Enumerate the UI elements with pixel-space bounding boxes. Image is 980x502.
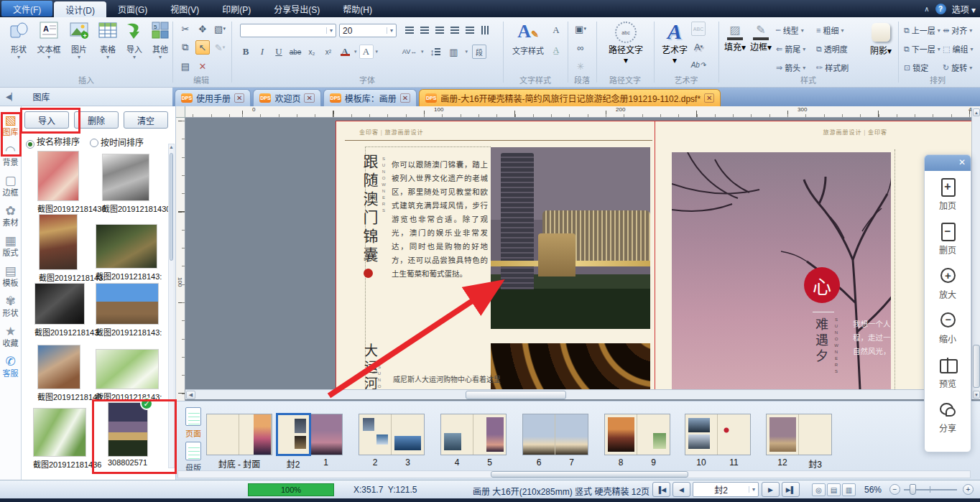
art-shadow-icon[interactable]: A▾: [691, 39, 706, 54]
align-right-icon[interactable]: [433, 24, 446, 37]
sort-by-time-radio[interactable]: 按时间排序: [90, 136, 144, 148]
font-color-button[interactable]: A: [338, 45, 352, 59]
spread-thumbnail[interactable]: 6 7: [522, 414, 588, 455]
scroll-up-icon[interactable]: ▲: [169, 144, 174, 149]
gallery-thumbnail[interactable]: 截图201912181430: [102, 154, 170, 214]
canvas-horizontal-scrollbar[interactable]: ◀ ▶: [185, 389, 971, 399]
align-center-icon[interactable]: [417, 24, 431, 37]
clear-images-button[interactable]: 清空: [124, 111, 168, 129]
table-button[interactable]: 表格▾: [93, 20, 122, 60]
lock-button[interactable]: 锁定: [912, 62, 928, 73]
format-brush-icon[interactable]: ✎▾: [213, 40, 227, 55]
align-justify-icon[interactable]: [448, 24, 461, 37]
page-thumb[interactable]: [239, 414, 272, 455]
left-page-body-text[interactable]: 你可以跟随澳门锦囊，踏上被列入世界文化遗产的老城区，那里随处可见教堂和欧式建筑充…: [392, 158, 488, 281]
previous-page-button[interactable]: ◀: [672, 482, 690, 497]
thumbnail-image[interactable]: [33, 408, 86, 457]
menu-item[interactable]: 文件(F): [1, 1, 52, 17]
link-text-icon[interactable]: ∞: [573, 40, 588, 55]
replace-image-icon[interactable]: ▧▾: [213, 22, 227, 36]
thickness-button[interactable]: 粗细: [823, 24, 838, 36]
document-tab[interactable]: DPS 模板库：画册 ✕: [323, 89, 417, 106]
underline-button[interactable]: U: [272, 45, 286, 59]
gallery-thumbnail[interactable]: 截图20191218143:: [96, 349, 162, 402]
page-thumb[interactable]: 5: [473, 414, 506, 455]
strip-scrollbar-thumb[interactable]: [491, 471, 688, 478]
collapse-panel-icon[interactable]: ◀▏: [6, 93, 17, 101]
scroll-down-icon[interactable]: ▼: [973, 391, 980, 399]
page-thumb[interactable]: 12: [767, 414, 799, 455]
text-style-a1-icon[interactable]: A: [549, 23, 563, 37]
right-page-body-text[interactable]: 我想一个人去旅行，背上简单的行囊，踏上行程，走过一个又一个陌生的城市，去感受旖旎…: [853, 317, 891, 358]
delete-icon[interactable]: ✕: [195, 59, 210, 73]
left-page-subtitle[interactable]: 大运河: [360, 343, 379, 389]
macau-photo[interactable]: [491, 147, 650, 329]
gallery-thumbnail[interactable]: 截图201912181430: [37, 151, 106, 214]
thumbnail-image[interactable]: [96, 283, 159, 325]
image-button[interactable]: + 图片▾: [65, 20, 93, 60]
page-thumb[interactable]: 3: [392, 414, 424, 455]
delete-image-button[interactable]: 删除: [74, 111, 119, 129]
menu-item[interactable]: 分享导出(S): [262, 0, 331, 17]
quick-tool-button[interactable]: 缩小: [925, 305, 971, 349]
gallery-thumbnail[interactable]: 截图20191218143:: [34, 283, 101, 338]
spread-thumbnail[interactable]: 4 5: [440, 414, 507, 455]
document-tab[interactable]: DPS 画册-大16开硬壳精装-简约风旅行日记旅游纪念册191219-1102.…: [419, 89, 721, 106]
pan-hand-icon[interactable]: ✥: [195, 22, 210, 36]
canvas-vertical-scrollbar[interactable]: ▲ ▼: [971, 108, 980, 399]
align-left-icon[interactable]: [402, 24, 416, 37]
thumbnail-image[interactable]: [102, 154, 149, 201]
abc-check-icon[interactable]: ABC: [691, 22, 706, 36]
strip-scrollbar[interactable]: [177, 470, 971, 478]
page-thumb-selected[interactable]: 封2: [277, 414, 310, 455]
rotate-button[interactable]: 旋转: [951, 62, 967, 73]
arrow-tail-button[interactable]: 箭尾: [785, 43, 800, 55]
page-thumb[interactable]: 11: [718, 414, 750, 455]
align-objects-button[interactable]: 对齐: [951, 24, 967, 36]
text-wrap-icon[interactable]: ▣▾: [573, 22, 588, 36]
columns-icon[interactable]: ▥: [447, 45, 461, 59]
canvas-hscroll-thumb[interactable]: [466, 391, 566, 399]
pink-trees-photo[interactable]: 心 难遇夕 SUNOWNERS 我想一个人去旅行，背上简单的行囊，踏上行程，走过…: [672, 152, 891, 389]
superscript-button[interactable]: x²: [321, 45, 336, 59]
close-icon[interactable]: ✕: [958, 157, 966, 167]
heart-badge[interactable]: 心: [804, 267, 840, 303]
shadow-button[interactable]: 阴影▾: [866, 23, 895, 56]
page-thumb[interactable]: 7: [555, 414, 588, 455]
page-thumb[interactable]: 9: [637, 414, 670, 455]
quick-tool-button[interactable]: 加页: [925, 171, 971, 215]
sidebar-item[interactable]: ✿ 素材: [0, 203, 22, 229]
left-page-caption[interactable]: 威尼斯人大运河购物中心看着这里: [393, 373, 501, 384]
single-page-view-icon[interactable]: ▤: [827, 483, 841, 496]
page-thumb[interactable]: 6: [523, 414, 555, 455]
highlight-color-button[interactable]: A: [359, 45, 374, 59]
thumbnail-image[interactable]: [96, 224, 157, 269]
menu-item[interactable]: 页面(G): [106, 0, 159, 17]
page-thumb[interactable]: [207, 414, 239, 455]
group-objects-button[interactable]: 编组: [952, 43, 968, 55]
sidebar-item[interactable]: ✾ 形状: [0, 293, 22, 320]
page-thumb[interactable]: 2: [359, 414, 392, 455]
thumbnail-image[interactable]: [37, 151, 79, 201]
close-tab-icon[interactable]: ✕: [400, 93, 410, 103]
font-size-select[interactable]: 20▾: [339, 24, 397, 37]
arrow-head-button[interactable]: 箭头: [785, 62, 800, 73]
sidebar-item[interactable]: ◠ 背景: [0, 142, 22, 169]
opacity-button[interactable]: 透明度: [824, 43, 848, 55]
sidebar-item[interactable]: ▦ 版式: [0, 233, 22, 259]
gallery-thumbnail[interactable]: 截图201912181436: [33, 408, 101, 470]
thumbnail-image[interactable]: [39, 214, 78, 270]
gallery-thumbnail-selected[interactable]: ✓308802571: [108, 402, 148, 467]
thumbnail-image[interactable]: [37, 345, 80, 389]
sidebar-item[interactable]: ▧ 图库: [0, 112, 22, 139]
page-thumb[interactable]: 1: [310, 414, 342, 455]
quick-tool-button[interactable]: 放大: [925, 260, 971, 305]
border-button[interactable]: ✎ 边框▾: [749, 23, 773, 52]
spread-thumbnail[interactable]: 8 9: [604, 414, 670, 455]
strikethrough-button[interactable]: abe: [288, 45, 302, 59]
thumbnail-image[interactable]: ✓: [108, 402, 148, 457]
select-pointer-icon[interactable]: ↖: [195, 40, 210, 55]
canal-photo[interactable]: [491, 343, 650, 389]
gallery-thumbnail[interactable]: 截图20191218143:: [37, 345, 103, 402]
gallery-thumbnail[interactable]: 截图20191218143:: [96, 224, 162, 282]
